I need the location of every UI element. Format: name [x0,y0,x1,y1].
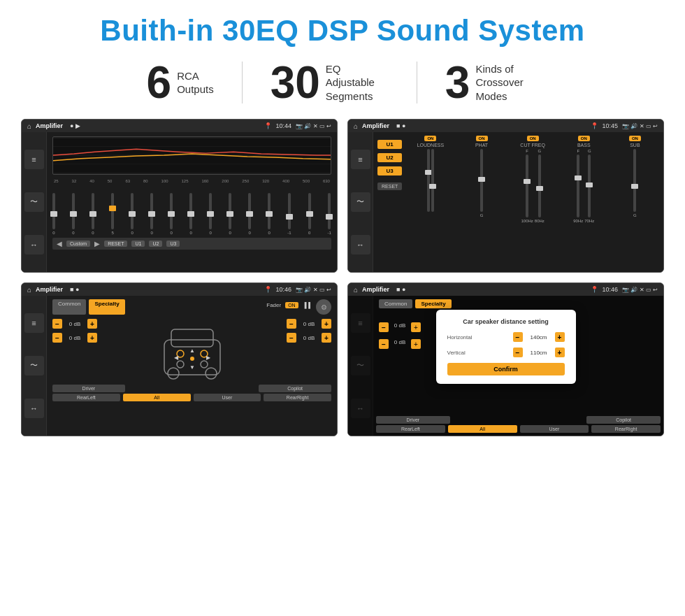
cutfreq-on-badge[interactable]: ON [527,136,539,141]
u3-crossover-btn[interactable]: U3 [377,166,402,176]
eq-value: 0 [170,231,172,235]
stat-crossover: 3 Kinds ofCrossover Modes [417,60,567,105]
vertical-minus-btn[interactable]: − [513,348,523,357]
play-icon[interactable]: ▶ [94,240,100,248]
u1-btn[interactable]: U1 [131,241,145,247]
eq-sidebar-btn-3[interactable]: ↔ [24,235,44,255]
db-plus-1[interactable]: + [87,319,97,329]
app-name-4: Amplifier [362,286,389,293]
custom-btn[interactable]: Custom [66,241,90,247]
eq-slider-thumb[interactable] [326,214,333,220]
cutfreq-slider-1[interactable] [526,155,528,217]
freq-label: 50 [108,179,113,183]
u2-crossover-btn[interactable]: U2 [377,153,402,162]
eq-slider-thumb[interactable] [148,211,155,217]
eq-slider-track[interactable] [248,193,251,229]
eq-slider-track[interactable] [308,193,311,229]
eq-slider-track[interactable] [92,193,94,229]
eq-slider-thumb[interactable] [187,211,194,217]
loudness-slider-2[interactable] [431,149,434,212]
fader-slider[interactable]: ▐▐ [303,302,310,308]
eq-slider-track[interactable] [170,193,173,229]
eq-slider-track[interactable] [111,193,114,229]
eq-slider-thumb[interactable] [286,214,293,220]
user-btn[interactable]: User [194,394,261,401]
confirm-button[interactable]: Confirm [447,363,565,375]
common-tab[interactable]: Common [52,299,86,315]
db-plus-2[interactable]: + [87,333,97,343]
eq-sidebar-btn-1[interactable]: ≡ [24,150,44,169]
bass-on-badge[interactable]: ON [578,136,590,141]
eq-slider-thumb[interactable] [129,211,136,217]
eq-slider-thumb[interactable] [50,211,57,217]
speaker-sidebar-btn-1[interactable]: ≡ [24,313,44,333]
eq-slider-thumb[interactable] [226,211,233,217]
settings-icon[interactable]: ⚙ [316,299,331,315]
u2-btn[interactable]: U2 [149,241,162,247]
driver-btn[interactable]: Driver [52,385,125,392]
cutfreq-slider-2[interactable] [538,155,541,217]
loudness-slider-1[interactable] [427,149,430,212]
speaker-sidebar-btn-2[interactable]: 〜 [24,356,44,375]
eq-slider-track[interactable] [229,193,231,229]
eq-slider-thumb[interactable] [266,211,273,217]
sub-slider[interactable] [633,149,636,212]
loudness-on-badge[interactable]: ON [424,136,436,141]
crossover-reset-btn[interactable]: RESET [377,182,402,190]
copilot-btn[interactable]: Copilot [259,385,331,392]
eq-slider-track[interactable] [72,193,75,229]
eq-slider-thumb[interactable] [89,211,96,217]
prev-icon[interactable]: ◀ [57,240,62,248]
u1-crossover-btn[interactable]: U1 [377,140,402,149]
eq-slider-thumb[interactable] [207,211,214,217]
db-minus-1[interactable]: − [52,319,62,329]
crossover-sidebar-btn-3[interactable]: ↔ [351,235,370,255]
eq-slider-track[interactable] [209,193,212,229]
horizontal-minus-btn[interactable]: − [513,332,523,342]
all-btn[interactable]: All [123,394,191,401]
bg-db-2: 0 dB [390,339,410,349]
phat-on-badge[interactable]: ON [476,136,488,141]
eq-slider-track[interactable] [288,193,291,229]
eq-slider-track[interactable] [189,193,192,229]
db-minus-4[interactable]: − [287,333,296,343]
eq-slider-track[interactable] [131,193,134,229]
eq-slider-track[interactable] [268,193,271,229]
eq-sidebar-btn-2[interactable]: 〜 [24,192,44,212]
bg-copilot: Copilot [586,416,661,424]
eq-slider-thumb[interactable] [109,206,116,211]
eq-slider-thumb[interactable] [306,211,313,217]
eq-slider-thumb[interactable] [70,211,77,217]
db-plus-3[interactable]: + [322,319,331,329]
eq-slider-track[interactable] [52,193,55,229]
eq-value: 0 [131,231,133,235]
eq-slider-thumb[interactable] [168,211,175,217]
eq-slider-track[interactable] [328,193,331,229]
crossover-screen: ⌂ Amplifier ■ ● 📍 10:45 📷 🔊 ✕ ▭ ↩ ≡ 〜 ↔ [347,119,664,273]
phat-slider[interactable] [480,149,483,212]
db-minus-2[interactable]: − [52,333,62,343]
rearleft-btn[interactable]: RearLeft [52,394,120,401]
vertical-plus-btn[interactable]: + [555,348,565,357]
speaker-sidebar-btn-3[interactable]: ↔ [24,399,44,418]
fader-on-btn[interactable]: ON [285,302,298,308]
db-minus-3[interactable]: − [287,319,296,329]
horizontal-value: 140cm [526,334,552,341]
bass-slider-1[interactable] [577,155,579,217]
bass-slider-2[interactable] [588,155,591,217]
sub-on-badge[interactable]: ON [629,136,641,141]
eq-slider-thumb[interactable] [246,211,253,217]
freq-label: 100 [161,179,168,183]
rearright-btn[interactable]: RearRight [264,394,331,401]
db-plus-4[interactable]: + [322,333,331,343]
eq-slider-track[interactable] [150,193,153,229]
u3-btn[interactable]: U3 [166,241,180,247]
crossover-sidebar-btn-1[interactable]: ≡ [351,150,370,169]
specialty-tab[interactable]: Specialty [89,299,124,315]
crossover-sidebar-btn-2[interactable]: 〜 [351,192,370,212]
reset-btn[interactable]: RESET [104,241,127,247]
horizontal-plus-btn[interactable]: + [555,332,565,342]
db-value-2: 0 dB [65,335,85,341]
eq-slider-col: 0 [308,193,311,235]
status-icons-2: 📷 🔊 ✕ ▭ ↩ [622,123,658,129]
